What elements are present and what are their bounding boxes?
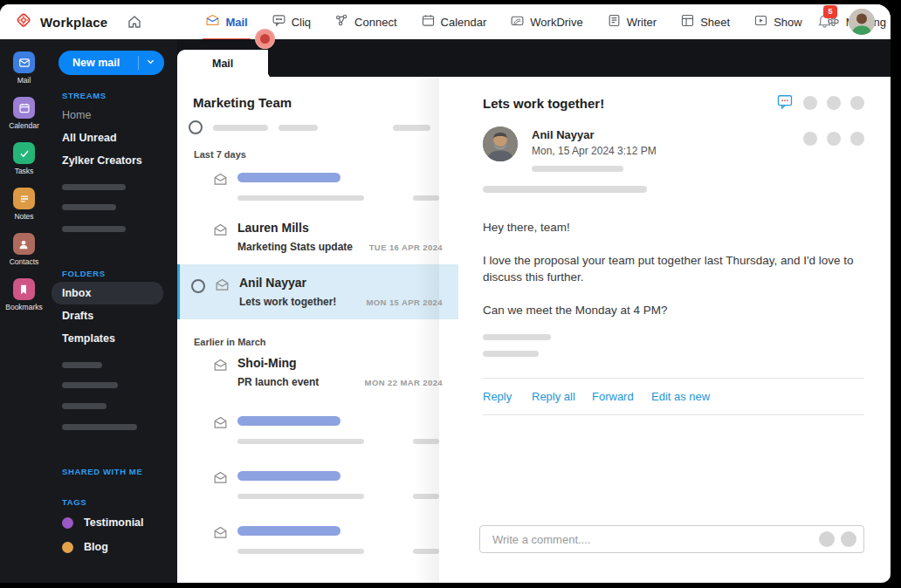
tag-color-dot [62, 542, 73, 553]
message-action-placeholder[interactable] [803, 132, 817, 146]
sidebar-item-zylker-creators[interactable]: Zylker Creators [58, 149, 177, 172]
message-action-placeholder[interactable] [827, 132, 841, 146]
content-tab-mail[interactable]: Mail [179, 50, 270, 77]
notification-bell-icon[interactable]: 5 [816, 12, 833, 32]
mail-list-panel: Marketing Team Last 7 days [177, 77, 458, 583]
home-icon[interactable] [127, 14, 142, 30]
recipient-placeholder [532, 166, 623, 172]
reply-all-link[interactable]: Reply all [532, 390, 592, 403]
sidebar-item-drafts[interactable]: Drafts [58, 304, 177, 327]
sender-avatar [483, 126, 518, 161]
streams-heading: STREAMS [62, 91, 177, 100]
calendar-app-icon [13, 97, 35, 119]
sheet-icon [680, 13, 695, 31]
message-action-placeholder[interactable] [850, 132, 864, 146]
sidebar-skeleton [62, 424, 137, 430]
tab-strip: Mail [177, 39, 891, 77]
rail-item-notes[interactable]: Notes [13, 188, 35, 221]
sidebar-skeleton [62, 184, 126, 190]
open-envelope-icon [212, 524, 229, 544]
email-list-item-placeholder[interactable] [177, 405, 458, 453]
chat-bubble-icon [272, 13, 286, 31]
email-list-item-placeholder[interactable] [177, 515, 458, 563]
nav-tab-sheet[interactable]: Sheet [680, 10, 730, 34]
brand: Workplace [0, 10, 107, 33]
open-envelope-icon [212, 171, 229, 191]
comment-action-placeholder[interactable] [819, 531, 835, 547]
workplace-logo-icon [14, 10, 33, 33]
select-all-checkbox[interactable] [189, 120, 203, 134]
nav-tab-mail[interactable]: Mail [205, 10, 247, 34]
workdrive-icon [510, 13, 525, 31]
email-list-item[interactable]: Lauren Mills Marketing Stats update TUE … [177, 209, 458, 264]
nav-tab-calendar[interactable]: Calendar [421, 10, 487, 34]
tasks-app-icon [13, 142, 35, 164]
sidebar-skeleton [62, 403, 107, 409]
email-list-item[interactable]: Shoi-Ming PR launch event MON 22 MAR 202… [177, 349, 458, 400]
brand-name: Workplace [40, 15, 107, 30]
list-section-label: Last 7 days [177, 134, 458, 161]
sidebar-skeleton [62, 204, 116, 210]
rail-item-calendar[interactable]: Calendar [9, 97, 39, 130]
email-datetime: Mon, 15 Apr 2024 3:12 PM [532, 145, 789, 157]
sender-name: Anil Nayyar [532, 128, 789, 141]
reply-link[interactable]: Reply [483, 390, 532, 403]
reply-actions: Reply Reply all Forward Edit as new [483, 379, 864, 414]
mail-sidebar: New mail STREAMS Home All Unread Zylker … [48, 39, 177, 583]
nav-tab-cliq[interactable]: Cliq [272, 10, 311, 34]
writer-icon [607, 13, 622, 31]
rail-item-mail[interactable]: Mail [13, 51, 35, 85]
email-body: Hey there, team! I love the proposal you… [483, 219, 864, 318]
comment-input[interactable] [480, 533, 813, 546]
notes-app-icon [13, 188, 35, 209]
sidebar-item-all-unread[interactable]: All Unread [58, 126, 177, 149]
open-envelope-icon [212, 414, 229, 434]
rail-item-tasks[interactable]: Tasks [13, 142, 35, 175]
rail-item-bookmarks[interactable]: Bookmarks [5, 278, 43, 311]
app-nav: Mail Cliq Connect Calendar WorkDrive Wri… [205, 10, 886, 34]
tag-item-blog[interactable]: Blog [58, 535, 177, 559]
user-avatar[interactable] [849, 9, 875, 35]
toolbar-action-placeholder[interactable] [803, 96, 817, 110]
signature-placeholder [483, 351, 539, 357]
sidebar-item-home[interactable]: Home [58, 104, 177, 126]
tag-color-dot [62, 517, 73, 529]
edit-as-new-link[interactable]: Edit as new [651, 390, 710, 403]
email-checkbox[interactable] [191, 279, 205, 293]
email-subject: Lets work together! [483, 96, 776, 111]
open-envelope-icon [212, 222, 229, 242]
comments-icon[interactable] [776, 92, 794, 113]
bookmarks-app-icon [13, 278, 35, 300]
nav-tab-writer[interactable]: Writer [607, 10, 657, 34]
main-area: Mail Calendar Tasks Notes Contacts Bookm… [0, 39, 891, 583]
shared-with-me-heading[interactable]: SHARED WITH ME [62, 467, 177, 476]
content-area: Mail Marketing Team Last 7 days [177, 39, 891, 583]
forward-link[interactable]: Forward [592, 390, 651, 403]
network-icon [334, 13, 349, 31]
meta-placeholder [483, 186, 647, 193]
toolbar-action-placeholder[interactable] [827, 96, 841, 110]
mail-icon [205, 13, 220, 31]
sidebar-item-templates[interactable]: Templates [58, 327, 177, 350]
tag-item-testimonial[interactable]: Testimonial [58, 510, 177, 535]
nav-tab-connect[interactable]: Connect [334, 10, 396, 34]
nav-tab-workdrive[interactable]: WorkDrive [510, 10, 582, 34]
toolbar-action-placeholder[interactable] [850, 96, 864, 110]
list-section-label: Earlier in March [177, 319, 458, 349]
list-toolbar [177, 110, 458, 134]
sidebar-skeleton [62, 382, 118, 388]
open-envelope-icon [212, 469, 229, 489]
click-indicator [255, 29, 275, 49]
new-mail-button[interactable]: New mail [58, 51, 164, 75]
nav-tab-show[interactable]: Show [753, 10, 802, 34]
email-list-item-placeholder[interactable] [177, 161, 458, 209]
sidebar-item-inbox[interactable]: Inbox [52, 282, 163, 304]
comment-box [479, 525, 864, 553]
divider [483, 414, 864, 415]
rail-item-contacts[interactable]: Contacts [10, 233, 39, 266]
open-envelope-icon [214, 277, 230, 297]
email-list-item-placeholder[interactable] [177, 460, 458, 508]
comment-action-placeholder[interactable] [841, 531, 856, 547]
email-list-item-selected[interactable]: Anil Nayyar Lets work together! MON 15 A… [177, 264, 458, 319]
chevron-down-icon [146, 57, 155, 69]
